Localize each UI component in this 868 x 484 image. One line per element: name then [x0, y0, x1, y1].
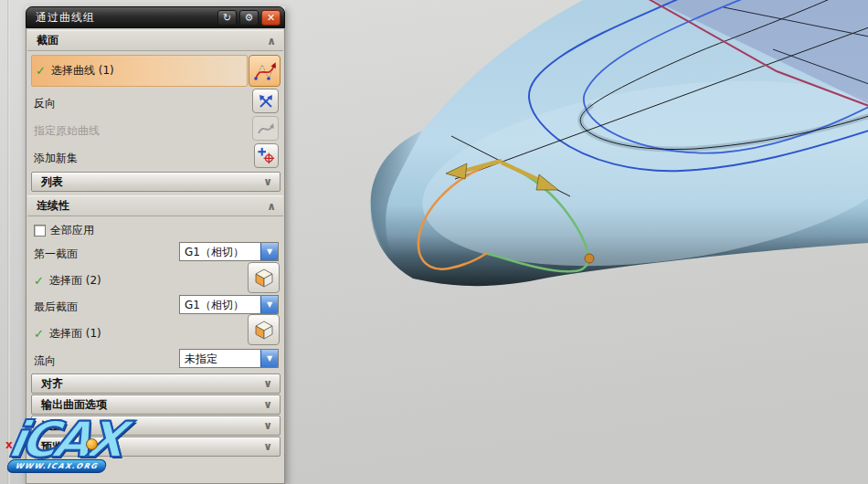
flow-direction-value: 未指定 — [180, 350, 260, 367]
reverse-arrows-icon — [257, 93, 275, 110]
curve-handle-ball[interactable] — [585, 254, 594, 263]
continuity-header-label: 连续性 — [37, 198, 267, 214]
origin-curve-button — [252, 116, 279, 141]
add-new-set-icon — [257, 146, 276, 165]
apply-all-checkbox[interactable] — [34, 225, 46, 237]
settings-label: 设置 — [41, 418, 263, 434]
preview-label: 预览 — [41, 439, 263, 455]
section-header-section[interactable]: 截面 ∧ — [27, 30, 283, 51]
add-new-set-button[interactable] — [254, 143, 279, 168]
select-curve-row[interactable]: ✓ 选择曲线 (1) — [31, 55, 248, 87]
select-face-last-row[interactable]: ✓ 选择面 (1) — [34, 326, 101, 342]
through-curves-dialog: 通过曲线组 ↻ ⚙ ✕ 截面 ∧ ✓ 选择曲线 (1) 反向 — [26, 6, 285, 484]
chevron-up-icon: ∧ — [267, 201, 276, 212]
first-section-value: G1（相切） — [180, 243, 260, 260]
select-face-first-button[interactable] — [248, 262, 280, 293]
flow-direction-dropdown[interactable]: 未指定 ▼ — [179, 349, 279, 368]
first-section-label: 第一截面 — [34, 247, 78, 262]
close-button[interactable]: ✕ — [261, 10, 281, 26]
chevron-up-icon: ∧ — [267, 36, 276, 47]
last-section-value: G1（相切） — [180, 296, 260, 313]
select-face-last-label: 选择面 (1) — [49, 326, 101, 342]
section-header-continuity[interactable]: 连续性 ∧ — [27, 195, 283, 216]
settings-expander[interactable]: 设置 ∨ — [31, 416, 281, 436]
face-cube-icon — [253, 267, 275, 289]
apply-all-label: 全部应用 — [50, 223, 94, 238]
face-cube-icon — [253, 319, 275, 341]
close-icon: ✕ — [267, 12, 275, 24]
select-face-first-row[interactable]: ✓ 选择面 (2) — [34, 273, 101, 289]
output-surface-options-expander[interactable]: 输出曲面选项 ∨ — [31, 395, 281, 415]
check-icon: ✓ — [36, 64, 46, 78]
curve-icon — [253, 59, 277, 83]
list-expander[interactable]: 列表 ∨ — [31, 172, 281, 192]
dropdown-arrow-icon: ▼ — [267, 248, 272, 256]
first-section-dropdown[interactable]: G1（相切） ▼ — [179, 242, 279, 261]
add-new-set-label: 添加新集 — [34, 151, 78, 166]
check-icon: ✓ — [34, 327, 44, 341]
dropdown-arrow-icon: ▼ — [267, 355, 272, 363]
last-section-label: 最后截面 — [34, 300, 78, 315]
disabled-curve-icon — [257, 121, 275, 137]
dialog-titlebar[interactable]: 通过曲线组 ↻ ⚙ ✕ — [26, 6, 285, 28]
dialog-title: 通过曲线组 — [36, 10, 215, 26]
curve-select-button[interactable] — [249, 55, 281, 87]
section-header-label: 截面 — [37, 33, 267, 48]
select-curve-label: 选择曲线 (1) — [51, 63, 114, 79]
chevron-down-icon: ∨ — [263, 420, 272, 431]
output-surface-options-label: 输出曲面选项 — [41, 397, 263, 413]
gear-icon: ⚙ — [245, 12, 254, 24]
dropdown-button[interactable]: ▼ — [260, 350, 278, 367]
origin-curve-label: 指定原始曲线 — [34, 123, 100, 139]
select-face-last-button[interactable] — [248, 314, 280, 345]
alignment-label: 对齐 — [41, 376, 263, 392]
reverse-label: 反向 — [34, 96, 56, 111]
apply-all-row[interactable]: 全部应用 — [34, 223, 94, 238]
preview-expander[interactable]: 预览 ∨ — [31, 437, 281, 457]
chevron-down-icon: ∨ — [263, 176, 272, 187]
dropdown-arrow-icon: ▼ — [267, 301, 272, 309]
chevron-down-icon: ∨ — [263, 441, 272, 452]
check-icon: ✓ — [34, 274, 44, 288]
dropdown-button[interactable]: ▼ — [260, 296, 278, 313]
chevron-down-icon: ∨ — [263, 378, 272, 389]
dialog-body: 截面 ∧ ✓ 选择曲线 (1) 反向 指定原始曲线 — [26, 28, 285, 484]
alignment-expander[interactable]: 对齐 ∨ — [31, 374, 281, 394]
chevron-down-icon: ∨ — [263, 399, 272, 410]
flow-direction-label: 流向 — [34, 353, 56, 369]
list-label: 列表 — [41, 174, 263, 190]
last-section-dropdown[interactable]: G1（相切） ▼ — [179, 295, 279, 314]
select-face-first-label: 选择面 (2) — [49, 273, 101, 289]
reset-icon: ↻ — [223, 12, 231, 24]
dropdown-button[interactable]: ▼ — [260, 243, 278, 260]
reset-button[interactable]: ↻ — [217, 10, 237, 26]
dialog-options-button[interactable]: ⚙ — [239, 10, 259, 26]
reverse-direction-button[interactable] — [252, 89, 279, 113]
